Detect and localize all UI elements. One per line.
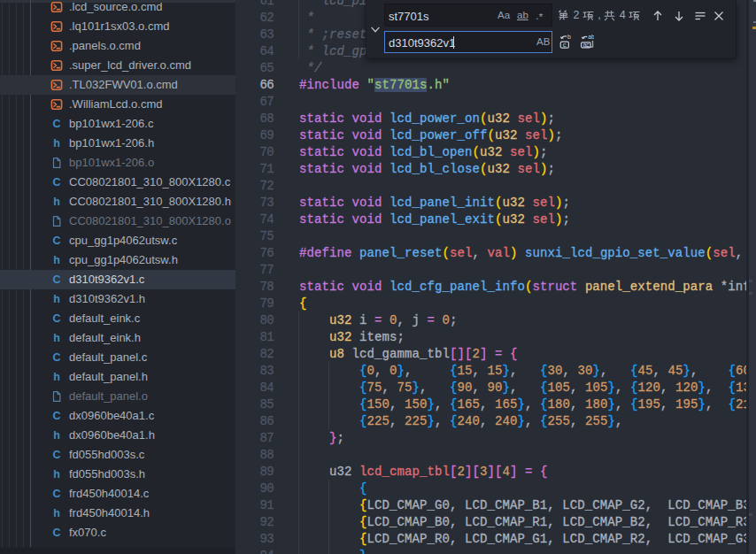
svg-text:ac: ac — [583, 42, 590, 48]
svg-text:b: b — [567, 35, 571, 40]
svg-text:ab: ab — [588, 35, 594, 40]
svg-text:c: c — [563, 41, 567, 49]
